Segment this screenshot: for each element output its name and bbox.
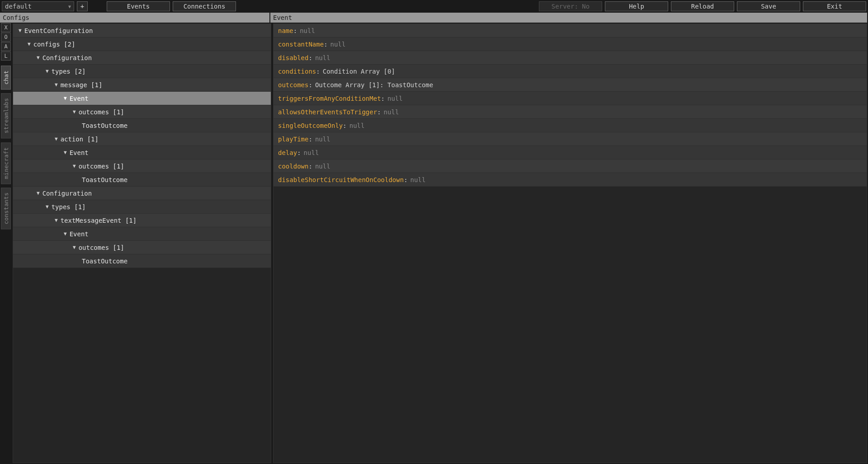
tree-row[interactable]: ToastOutcome — [13, 173, 271, 187]
tree-row[interactable]: ▼EventConfiguration — [13, 24, 271, 37]
tree-row[interactable]: ▼types [1] — [13, 200, 271, 214]
mini-button-l[interactable]: L — [1, 52, 11, 61]
property-row[interactable]: disabled:null — [274, 51, 867, 65]
property-separator: : — [308, 54, 312, 61]
tree-row-label: ToastOutcome — [82, 122, 127, 129]
property-row[interactable]: allowsOtherEventsToTrigger:null — [274, 105, 867, 119]
property-separator: : — [308, 81, 312, 89]
expand-arrow-icon[interactable]: ▼ — [19, 28, 22, 33]
server-status-button[interactable]: Server: No — [539, 1, 602, 11]
connections-button[interactable]: Connections — [173, 1, 236, 11]
property-separator: : — [343, 122, 346, 129]
property-row[interactable]: delay:null — [274, 146, 867, 159]
sidebar-column: XOAL chatstreamlabsminecraftconstants — [0, 23, 12, 464]
tree-row-label: Event — [70, 230, 89, 238]
reload-button[interactable]: Reload — [671, 1, 734, 11]
expand-arrow-icon[interactable]: ▼ — [73, 244, 76, 250]
tree-row-label: message [1] — [61, 81, 103, 89]
property-key: singleOutcomeOnly — [278, 122, 343, 129]
tree-row[interactable]: ▼outcomes [1] — [13, 159, 271, 173]
property-key: playTime — [278, 136, 308, 143]
expand-arrow-icon[interactable]: ▼ — [64, 231, 67, 237]
expand-arrow-icon[interactable]: ▼ — [64, 95, 67, 101]
main-area: XOAL chatstreamlabsminecraftconstants ▼E… — [0, 23, 868, 464]
vtab-constants[interactable]: constants — [1, 187, 11, 229]
property-row[interactable]: singleOutcomeOnly:null — [274, 119, 867, 132]
add-profile-button[interactable]: + — [77, 1, 88, 11]
tree-row[interactable]: ▼Event — [13, 92, 271, 105]
property-separator: : — [377, 108, 381, 116]
tree-row[interactable]: ▼outcomes [1] — [13, 241, 271, 254]
property-key: disableShortCircuitWhenOnCooldown — [278, 176, 404, 183]
property-value: null — [315, 163, 330, 170]
tree-row-label: outcomes [1] — [79, 163, 124, 170]
tree-row[interactable]: ▼configs [2] — [13, 37, 271, 51]
property-row[interactable]: disableShortCircuitWhenOnCooldown:null — [274, 173, 867, 187]
expand-arrow-icon[interactable]: ▼ — [55, 82, 58, 88]
vtab-streamlabs[interactable]: streamlabs — [1, 93, 11, 138]
tree-row-label: types [2] — [52, 68, 86, 75]
expand-arrow-icon[interactable]: ▼ — [55, 136, 58, 142]
tree-row[interactable]: ▼Event — [13, 146, 271, 159]
tree-row-label: ToastOutcome — [82, 258, 127, 265]
property-row[interactable]: triggersFromAnyConditionMet:null — [274, 92, 867, 105]
mini-button-x[interactable]: X — [1, 23, 11, 32]
tree-row[interactable]: ToastOutcome — [13, 254, 271, 268]
tree-row[interactable]: ▼textMessageEvent [1] — [13, 214, 271, 227]
vtab-minecraft[interactable]: minecraft — [1, 142, 11, 184]
expand-arrow-icon[interactable]: ▼ — [37, 190, 40, 196]
property-row[interactable]: outcomes:Outcome Array [1]: ToastOutcome — [274, 78, 867, 92]
property-separator: : — [297, 149, 301, 156]
property-value: null — [349, 122, 365, 129]
expand-arrow-icon[interactable]: ▼ — [55, 217, 58, 223]
tree-row[interactable]: ▼Configuration — [13, 51, 271, 65]
expand-arrow-icon[interactable]: ▼ — [73, 163, 76, 169]
expand-arrow-icon[interactable]: ▼ — [28, 41, 31, 47]
property-row[interactable]: constantName:null — [274, 37, 867, 51]
profile-dropdown[interactable]: default ▼ — [2, 1, 74, 11]
save-button[interactable]: Save — [737, 1, 800, 11]
property-row[interactable]: name:null — [274, 24, 867, 37]
event-panel-header: Event — [270, 13, 868, 23]
property-value: null — [300, 27, 315, 34]
property-separator: : — [308, 136, 312, 143]
tree-row[interactable]: ▼Event — [13, 227, 271, 241]
property-key: constantName — [278, 41, 324, 48]
exit-button[interactable]: Exit — [803, 1, 866, 11]
property-value: Condition Array [0] — [323, 68, 395, 75]
tree-row[interactable]: ▼Configuration — [13, 187, 271, 200]
configs-panel-header: Configs — [0, 13, 270, 23]
property-key: conditions — [278, 68, 316, 75]
tree-row[interactable]: ▼message [1] — [13, 78, 271, 92]
property-value: null — [315, 54, 330, 61]
property-separator: : — [316, 68, 320, 75]
tree-row-label: Event — [70, 149, 89, 156]
help-button[interactable]: Help — [605, 1, 668, 11]
expand-arrow-icon[interactable]: ▼ — [46, 204, 49, 210]
tree-row[interactable]: ▼outcomes [1] — [13, 105, 271, 119]
tree-row-label: action [1] — [61, 136, 99, 143]
property-row[interactable]: conditions:Condition Array [0] — [274, 65, 867, 78]
expand-arrow-icon[interactable]: ▼ — [37, 55, 40, 61]
property-key: cooldown — [278, 163, 308, 170]
events-button[interactable]: Events — [107, 1, 170, 11]
property-key: disabled — [278, 54, 308, 61]
tree-row-label: textMessageEvent [1] — [61, 217, 137, 224]
tree-row[interactable]: ▼types [2] — [13, 65, 271, 78]
property-key: allowsOtherEventsToTrigger — [278, 108, 377, 116]
property-row[interactable]: playTime:null — [274, 132, 867, 146]
tree-row[interactable]: ToastOutcome — [13, 119, 271, 132]
expand-arrow-icon[interactable]: ▼ — [73, 109, 76, 115]
property-key: name — [278, 27, 293, 34]
mini-button-o[interactable]: O — [1, 33, 11, 42]
panel-headers: Configs Event — [0, 13, 868, 23]
expand-arrow-icon[interactable]: ▼ — [64, 150, 67, 155]
tree-row[interactable]: ▼action [1] — [13, 132, 271, 146]
top-toolbar: default ▼ + Events Connections Server: N… — [0, 0, 868, 13]
property-value: Outcome Array [1]: ToastOutcome — [315, 81, 433, 89]
property-row[interactable]: cooldown:null — [274, 159, 867, 173]
mini-button-a[interactable]: A — [1, 42, 11, 51]
tree-row-label: outcomes [1] — [79, 244, 124, 251]
expand-arrow-icon[interactable]: ▼ — [46, 68, 49, 74]
vtab-chat[interactable]: chat — [1, 66, 11, 89]
